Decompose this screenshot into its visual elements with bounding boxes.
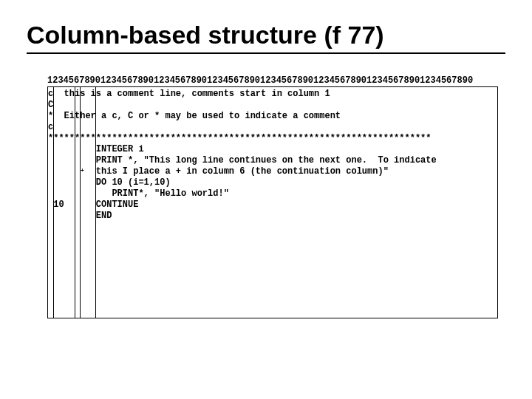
continuation-plus: +	[81, 167, 84, 174]
code-listing: c this is a comment line, comments start…	[48, 89, 497, 222]
code-line: PRINT*, "Hello world!"	[48, 188, 229, 199]
code-line: INTEGER i	[48, 144, 144, 154]
code-line: c this is a comment line, comments start…	[48, 89, 330, 99]
column-ruler: 1234567890123456789012345678901234567890…	[47, 76, 505, 85]
code-line: c	[48, 122, 53, 132]
page-title: Column-based structure (f 77)	[27, 21, 505, 50]
code-line: DO 10 (i=1,10)	[48, 177, 171, 188]
code-line: 10 CONTINUE	[48, 200, 138, 210]
code-line: * Either a c, C or * may be used to indi…	[48, 111, 341, 121]
title-underline: Column-based structure (f 77)	[27, 21, 505, 54]
code-box: c this is a comment line, comments start…	[47, 86, 498, 318]
slide: Column-based structure (f 77) 1234567890…	[0, 0, 532, 399]
code-line: this I place a + in column 6 (the contin…	[48, 166, 389, 177]
code-line: ****************************************…	[48, 133, 431, 143]
code-line: END	[48, 211, 112, 221]
code-line: C	[48, 100, 53, 110]
code-line: PRINT *, "This long line continues on th…	[48, 155, 437, 166]
